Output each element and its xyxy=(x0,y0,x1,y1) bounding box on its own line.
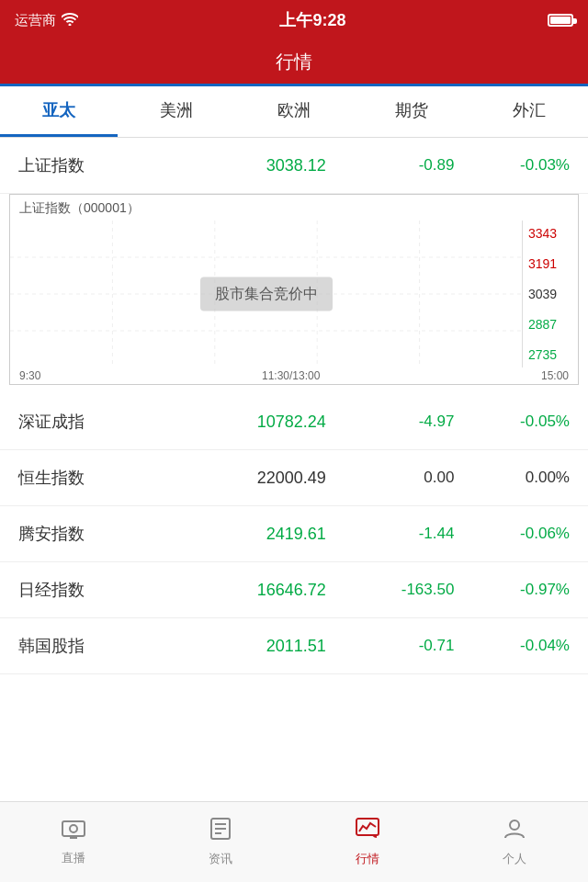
price-level-4: 2887 xyxy=(528,317,572,332)
chart-body: 股市集合竞价中 3343 3191 3039 2887 2735 xyxy=(10,220,578,368)
nav-item-profile[interactable]: 个人 xyxy=(441,802,588,882)
market-price-kospi: 2011.51 xyxy=(172,637,325,656)
market-pct-ta: -0.06% xyxy=(454,525,570,543)
status-left: 运营商 xyxy=(15,12,78,29)
tab-europe[interactable]: 欧洲 xyxy=(235,86,353,137)
price-level-1: 3343 xyxy=(528,226,572,241)
chart-icon xyxy=(355,817,380,847)
tv-icon xyxy=(61,818,86,846)
market-price-hsi: 22000.49 xyxy=(172,469,325,488)
market-pct-kospi: -0.04% xyxy=(454,637,570,655)
market-price-ta: 2419.61 xyxy=(172,525,325,544)
tab-bar: 亚太 美洲 欧洲 期货 外汇 xyxy=(0,86,588,138)
price-level-5: 2735 xyxy=(528,347,572,362)
svg-point-16 xyxy=(510,820,519,830)
price-level-3: 3039 xyxy=(528,287,572,301)
nav-label-market: 行情 xyxy=(356,851,379,867)
market-pct-hsi: 0.00% xyxy=(454,469,570,487)
market-row-nikkei[interactable]: 日经指数 16646.72 -163.50 -0.97% xyxy=(0,562,588,618)
market-name-kospi: 韩国股指 xyxy=(18,635,172,657)
chart-prices: 3343 3191 3039 2887 2735 xyxy=(523,220,578,368)
status-right xyxy=(548,14,573,27)
market-pct-nikkei: -0.97% xyxy=(454,581,570,599)
market-price-nikkei: 16646.72 xyxy=(172,581,325,600)
svg-rect-7 xyxy=(62,821,85,836)
market-name-ta: 腾安指数 xyxy=(18,523,172,545)
chart-title: 上证指数（000001） xyxy=(10,195,578,220)
tab-americas[interactable]: 美洲 xyxy=(118,86,235,137)
market-name-nikkei: 日经指数 xyxy=(18,579,172,601)
time-mid: 11:30/13:00 xyxy=(262,369,320,382)
page-header: 行情 xyxy=(0,40,588,86)
market-name-szc: 深证成指 xyxy=(18,411,172,433)
nav-label-profile: 个人 xyxy=(503,851,526,867)
time-end: 15:00 xyxy=(541,369,569,382)
nav-item-market[interactable]: 行情 xyxy=(294,802,441,882)
market-price-szc: 10782.24 xyxy=(172,413,325,432)
market-row-shz[interactable]: 上证指数 3038.12 -0.89 -0.03% xyxy=(0,138,588,194)
svg-point-10 xyxy=(70,825,77,832)
chart-time: 9:30 11:30/13:00 15:00 xyxy=(10,368,578,384)
chart-main: 股市集合竞价中 xyxy=(10,220,523,368)
tab-forex[interactable]: 外汇 xyxy=(470,86,588,137)
market-row-ta[interactable]: 腾安指数 2419.61 -1.44 -0.06% xyxy=(0,506,588,562)
status-time: 上午9:28 xyxy=(279,9,345,31)
market-name-shz: 上证指数 xyxy=(18,154,172,176)
page-title: 行情 xyxy=(276,50,312,74)
time-start: 9:30 xyxy=(19,369,40,382)
nav-item-news[interactable]: 资讯 xyxy=(147,802,294,882)
market-row-hsi[interactable]: 恒生指数 22000.49 0.00 0.00% xyxy=(0,450,588,506)
wifi-icon xyxy=(62,13,78,28)
status-bar: 运营商 上午9:28 xyxy=(0,0,588,40)
tab-asia[interactable]: 亚太 xyxy=(0,86,118,137)
market-row-kospi[interactable]: 韩国股指 2011.51 -0.71 -0.04% xyxy=(0,618,588,674)
nav-item-live[interactable]: 直播 xyxy=(0,802,147,882)
market-price-shz: 3038.12 xyxy=(172,156,325,175)
battery-icon xyxy=(548,14,573,27)
person-icon xyxy=(503,817,526,847)
content-area: 上证指数 3038.12 -0.89 -0.03% 上证指数（000001） xyxy=(0,138,588,805)
price-level-2: 3191 xyxy=(528,256,572,271)
nav-label-live: 直播 xyxy=(62,850,85,866)
market-change-ta: -1.44 xyxy=(326,525,455,543)
nav-label-news: 资讯 xyxy=(209,851,232,867)
tab-futures[interactable]: 期货 xyxy=(353,86,470,137)
carrier-label: 运营商 xyxy=(15,12,56,29)
market-pct-shz: -0.03% xyxy=(454,156,570,175)
bottom-nav: 直播 资讯 行情 个人 xyxy=(0,801,588,882)
market-change-szc: -4.97 xyxy=(326,413,455,431)
market-name-hsi: 恒生指数 xyxy=(18,467,172,489)
news-icon xyxy=(209,817,232,847)
market-change-hsi: 0.00 xyxy=(326,469,455,487)
market-row-szc[interactable]: 深证成指 10782.24 -4.97 -0.05% xyxy=(0,394,588,450)
market-change-kospi: -0.71 xyxy=(326,637,455,655)
chart-container: 上证指数（000001） 股市集合竞价中 3343 3191 xyxy=(9,194,579,385)
market-change-nikkei: -163.50 xyxy=(326,581,455,599)
market-change-shz: -0.89 xyxy=(326,156,455,175)
market-pct-szc: -0.05% xyxy=(454,413,570,431)
chart-overlay-text: 股市集合竞价中 xyxy=(200,277,333,311)
